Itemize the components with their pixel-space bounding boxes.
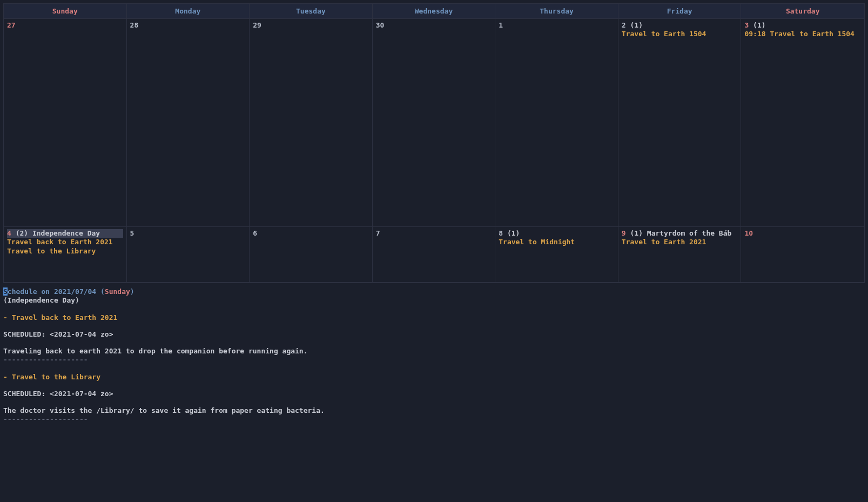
event-count: (1)	[507, 229, 520, 237]
day-number: 8	[499, 229, 503, 237]
event-item[interactable]: Travel to the Library	[7, 247, 123, 256]
holiday-label: Independence Day	[32, 229, 100, 237]
event-count: (1)	[753, 21, 765, 29]
entry-scheduled: SCHEDULED: <2021-07-04 zo>	[3, 330, 865, 339]
day-10[interactable]: 10	[741, 227, 864, 282]
day-8[interactable]: 8 (1) Travel to Midnight	[495, 227, 618, 282]
day-4-selected[interactable]: 4 (2) Independence Day Travel back to Ea…	[4, 227, 127, 282]
day-number: 29	[253, 21, 261, 29]
header-saturday: Saturday	[741, 4, 864, 18]
day-30[interactable]: 30	[373, 19, 496, 226]
event-count: (2)	[16, 229, 28, 237]
week-row-2: 4 (2) Independence Day Travel back to Ea…	[4, 227, 864, 283]
day-number: 30	[376, 21, 385, 29]
day-number: 5	[130, 229, 134, 237]
day-number: 1	[499, 21, 503, 29]
event-item[interactable]: 09:18 Travel to Earth 1504	[744, 30, 861, 38]
week-row-1: 27 28 29 30 1 2 (1) Travel to Earth 1504…	[4, 19, 864, 227]
day-28[interactable]: 28	[127, 19, 250, 226]
day-number: 3	[744, 21, 749, 29]
entry-body: The doctor visits the /Library/ to save …	[3, 406, 865, 415]
day-number: 6	[253, 229, 257, 237]
header-sunday: Sunday	[4, 4, 127, 18]
schedule-title: Schedule on 2021/07/04 (Sunday)	[3, 287, 865, 296]
schedule-pane: Schedule on 2021/07/04 (Sunday) (Indepen…	[0, 286, 868, 425]
day-1[interactable]: 1	[495, 19, 618, 226]
calendar-grid: Sunday Monday Tuesday Wednesday Thursday…	[3, 3, 865, 283]
schedule-entry: - Travel back to Earth 2021 SCHEDULED: <…	[3, 313, 865, 356]
day-number: 7	[376, 229, 380, 237]
day-7[interactable]: 7	[373, 227, 496, 282]
day-number: 4	[7, 229, 11, 237]
day-number: 28	[130, 21, 139, 29]
separator: --------------------	[3, 356, 865, 364]
event-count: (1)	[630, 229, 643, 237]
day-29[interactable]: 29	[250, 19, 373, 226]
day-number: 27	[7, 21, 16, 29]
entry-title[interactable]: - Travel to the Library	[3, 373, 865, 381]
day-6[interactable]: 6	[250, 227, 373, 282]
day-number: 10	[744, 229, 753, 237]
header-tuesday: Tuesday	[250, 4, 373, 18]
holiday-label: Martyrdom of the Báb	[647, 229, 732, 237]
entry-scheduled: SCHEDULED: <2021-07-04 zo>	[3, 390, 865, 398]
header-wednesday: Wednesday	[373, 4, 496, 18]
event-item[interactable]: Travel to Midnight	[499, 238, 615, 246]
entry-title[interactable]: - Travel back to Earth 2021	[3, 313, 865, 322]
header-friday: Friday	[618, 4, 742, 18]
day-5[interactable]: 5	[127, 227, 250, 282]
weekday-header: Sunday Monday Tuesday Wednesday Thursday…	[4, 4, 864, 19]
event-item[interactable]: Travel to Earth 2021	[622, 238, 738, 246]
day-9[interactable]: 9 (1) Martyrdom of the Báb Travel to Ear…	[618, 227, 742, 282]
event-count: (1)	[630, 21, 643, 29]
event-item[interactable]: Travel to Earth 1504	[622, 30, 738, 38]
day-number: 2	[622, 21, 626, 29]
day-27[interactable]: 27	[4, 19, 127, 226]
schedule-entry: - Travel to the Library SCHEDULED: <2021…	[3, 373, 865, 416]
separator: --------------------	[3, 415, 865, 424]
day-3[interactable]: 3 (1) 09:18 Travel to Earth 1504	[741, 19, 864, 226]
day-number: 9	[622, 229, 626, 237]
schedule-holiday: (Independence Day)	[3, 296, 865, 305]
day-2[interactable]: 2 (1) Travel to Earth 1504	[618, 19, 742, 226]
cursor: S	[3, 287, 8, 296]
event-item[interactable]: Travel back to Earth 2021	[7, 238, 123, 246]
header-monday: Monday	[127, 4, 250, 18]
header-thursday: Thursday	[495, 4, 618, 18]
entry-body: Traveling back to earth 2021 to drop the…	[3, 347, 865, 356]
